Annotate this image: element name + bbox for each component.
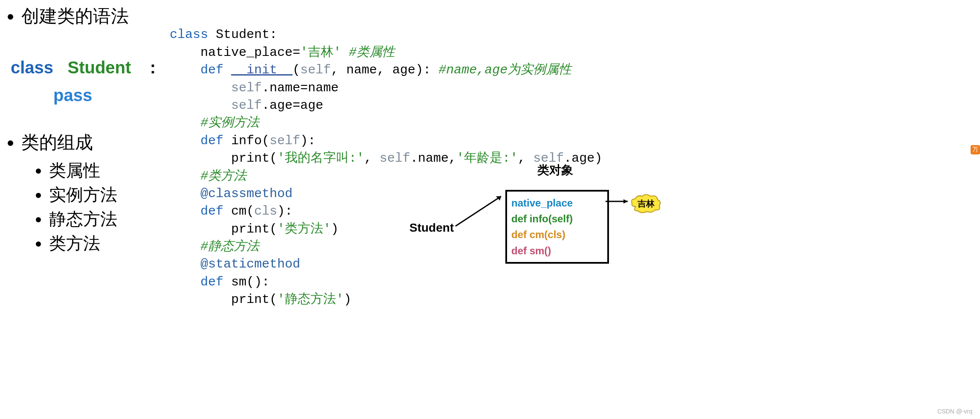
code-text: .name=name xyxy=(262,81,339,95)
svg-line-0 xyxy=(455,196,501,226)
code-self: self xyxy=(231,98,262,113)
heading-create-class: 创建类的语法 xyxy=(21,4,171,28)
code-kw: class xyxy=(170,27,208,42)
colon: : xyxy=(150,58,156,77)
code-text: native_place= xyxy=(170,45,300,60)
code-text: .age=age xyxy=(262,98,323,113)
watermark: CSDN @-vrq xyxy=(937,408,972,415)
code-fn: sm xyxy=(231,275,246,289)
code-fn: cm xyxy=(231,204,246,218)
code-text xyxy=(170,81,231,95)
code-param: self xyxy=(270,134,300,148)
code-string: '吉林' xyxy=(300,45,341,60)
code-text: ( xyxy=(262,134,270,148)
left-column: 创建类的语法 class Student : pass 类的组成 类属性 实例方… xyxy=(0,4,171,262)
code-text: ( xyxy=(246,204,254,218)
code-fn: info xyxy=(231,134,262,148)
code-comment: #静态方法 xyxy=(170,239,259,254)
code-text: Student: xyxy=(208,27,277,42)
class-members-box: native_place def info(self) def cm(cls) … xyxy=(505,190,609,264)
code-text: print( xyxy=(170,151,277,166)
code-comment: #name,age为实例属性 xyxy=(438,63,571,77)
code-decorator: @classmethod xyxy=(170,186,293,201)
slide: 创建类的语法 class Student : pass 类的组成 类属性 实例方… xyxy=(0,0,980,419)
code-comment: #类方法 xyxy=(170,169,246,183)
code-kw: def xyxy=(170,63,231,77)
code-text: ): xyxy=(277,204,293,218)
keyword-pass: pass xyxy=(53,86,171,105)
code-text: ) xyxy=(344,292,351,307)
diagram-label-student: Student xyxy=(409,221,454,235)
code-string: '静态方法' xyxy=(277,292,344,307)
class-object-diagram: 类对象 Student native_place def info(self) … xyxy=(409,162,674,282)
cloud-jilin: 吉林 xyxy=(630,194,662,213)
box-native-place: native_place xyxy=(511,195,603,211)
code-text: ( xyxy=(293,63,300,77)
code-self: self xyxy=(231,81,262,95)
svg-marker-3 xyxy=(623,199,628,204)
box-def-info: def info(self) xyxy=(511,211,603,227)
heading-class-composition: 类的组成 xyxy=(21,131,171,154)
code-text: ): xyxy=(300,134,316,148)
sub-item-instance-method: 实例方法 xyxy=(49,183,171,207)
code-text xyxy=(170,98,231,113)
side-app-icon[interactable]: 万 xyxy=(971,145,980,154)
code-text: ) xyxy=(331,222,339,236)
box-def-sm: def sm() xyxy=(511,243,603,259)
code-text: , name, age): xyxy=(331,63,438,77)
arrow-box-to-cloud xyxy=(606,197,633,206)
code-string: '类方法' xyxy=(277,222,331,236)
code-text: print( xyxy=(170,292,277,307)
class-syntax-snippet: class Student : pass xyxy=(11,58,171,105)
sub-item-class-attr: 类属性 xyxy=(49,159,171,182)
diagram-title: 类对象 xyxy=(537,162,573,178)
code-comment: #类属性 xyxy=(341,45,395,60)
code-string: '我的名字叫:' xyxy=(277,151,364,166)
class-name-student: Student xyxy=(67,58,131,77)
sub-item-static-method: 静态方法 xyxy=(49,207,171,231)
code-param: self xyxy=(300,63,331,77)
arrow-student-to-box xyxy=(452,192,507,230)
code-dunder: __init__ xyxy=(231,63,293,77)
code-self: self xyxy=(380,151,410,166)
code-kw: def xyxy=(170,134,231,148)
cloud-text: 吉林 xyxy=(630,194,662,213)
code-text: print( xyxy=(170,222,277,236)
code-comment: #实例方法 xyxy=(170,116,259,130)
code-text: , xyxy=(364,151,380,166)
code-kw: def xyxy=(170,275,231,289)
box-def-cm: def cm(cls) xyxy=(511,227,603,242)
code-param: cls xyxy=(254,204,277,218)
sub-item-class-method: 类方法 xyxy=(49,232,171,255)
code-decorator: @staticmethod xyxy=(170,257,300,271)
code-text: (): xyxy=(246,275,270,289)
code-kw: def xyxy=(170,204,231,218)
keyword-class: class xyxy=(11,58,53,77)
